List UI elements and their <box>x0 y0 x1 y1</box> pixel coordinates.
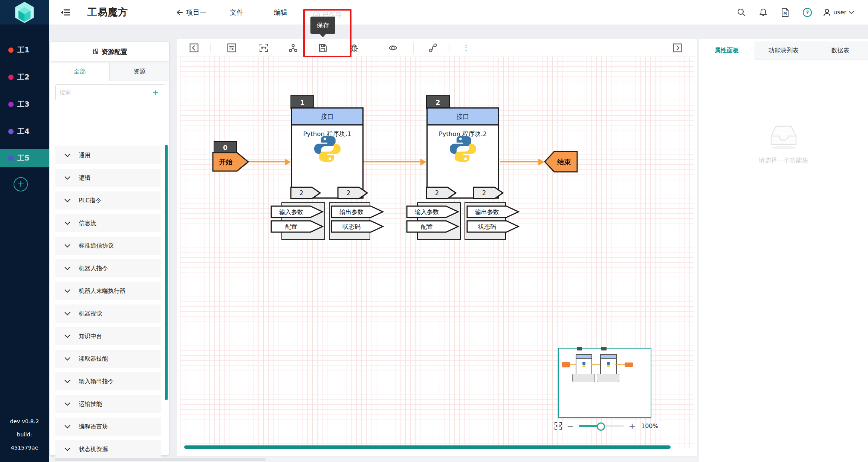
menu-edit[interactable]: 编辑 <box>274 0 287 24</box>
panel-scrollbar[interactable] <box>165 145 168 400</box>
workspace-item-4[interactable]: 工4 <box>0 122 49 141</box>
python-block-1[interactable]: 接口 Python 程序块.1 <box>291 107 364 199</box>
toolbar-divider <box>413 43 414 53</box>
minimap-badge <box>577 347 582 350</box>
chevron-down-icon <box>64 221 70 225</box>
back-button[interactable]: 项目一 <box>176 0 206 24</box>
add-workspace-button[interactable]: + <box>14 177 28 191</box>
build-label: build: <box>0 431 49 438</box>
minimap-connector <box>615 364 625 365</box>
menu-file[interactable]: 文件 <box>230 0 243 24</box>
block-port-tab[interactable]: 2 <box>337 187 369 199</box>
block-port-tab[interactable]: 2 <box>426 187 457 199</box>
workspace-dot <box>8 129 14 134</box>
resource-category[interactable]: 状态机资源 <box>55 440 161 458</box>
resource-category[interactable]: 编程语言块 <box>55 418 161 436</box>
search-box: + <box>55 84 164 100</box>
zoom-in-button[interactable]: + <box>628 421 636 431</box>
expand-right-icon[interactable] <box>673 43 682 52</box>
io-tag[interactable]: 输入参数 <box>270 205 324 218</box>
flow-canvas[interactable]: ⋮ 0 开始 1 接口 Python 程序块.1 <box>177 39 697 456</box>
workspace-item-2[interactable]: 工2 <box>0 68 49 86</box>
category-label: 编程语言块 <box>79 423 108 431</box>
toolbar-divider <box>373 43 373 53</box>
resource-category[interactable]: 标准通信协议 <box>55 237 161 255</box>
block-port-header[interactable]: 接口 <box>428 109 498 125</box>
properties-panel: 属性面板 功能块列表 数据表 请选择一个功能块 <box>699 39 868 462</box>
connection-icon[interactable] <box>429 43 438 52</box>
io-tag-label: 状态码 <box>478 223 496 230</box>
resource-category[interactable]: PLC指令 <box>55 191 161 210</box>
resource-category[interactable]: 运输技能 <box>55 395 161 413</box>
workspace-item-1[interactable]: 工1 <box>0 41 49 59</box>
end-node-label: 结束 <box>557 158 571 166</box>
zoom-slider[interactable] <box>579 425 624 427</box>
block-port-tab[interactable]: 2 <box>473 187 504 199</box>
menu-fold-icon[interactable] <box>60 0 71 24</box>
toolbar-divider <box>210 43 211 53</box>
hierarchy-tree-icon[interactable] <box>289 43 298 52</box>
io-tag[interactable]: 配置 <box>270 220 324 233</box>
workspace-item-5-active[interactable]: 工5 <box>0 149 49 167</box>
workspace-item-3[interactable]: 工3 <box>0 95 49 113</box>
block-port-tab[interactable]: 2 <box>290 187 322 199</box>
resource-category[interactable]: 机器人指令 <box>55 259 161 277</box>
page-scrollbar-thumb[interactable] <box>55 458 266 461</box>
resource-category[interactable]: 知识中台 <box>55 327 161 345</box>
build-hash: 451579ae <box>0 445 49 451</box>
io-tag[interactable]: 输出参数 <box>466 205 520 218</box>
connector-line[interactable] <box>364 161 421 162</box>
collapse-left-icon[interactable] <box>189 43 199 52</box>
tab-data-table[interactable]: 数据表 <box>812 41 868 60</box>
io-tag[interactable]: 状态码 <box>466 220 520 233</box>
tab-properties[interactable]: 属性面板 <box>699 41 755 60</box>
minimap[interactable] <box>558 348 651 418</box>
document-icon[interactable]: M <box>781 0 790 24</box>
io-tag[interactable]: 输入参数 <box>406 205 460 218</box>
empty-state-text: 请选择一个功能块 <box>699 156 868 165</box>
io-tag[interactable]: 状态码 <box>331 220 384 233</box>
io-tag[interactable]: 输出参数 <box>331 205 384 218</box>
preview-eye-icon[interactable] <box>388 43 397 52</box>
tab-block-list[interactable]: 功能块列表 <box>755 41 812 60</box>
notifications-bell-icon[interactable] <box>759 0 768 24</box>
more-options-icon[interactable]: ⋮ <box>462 43 471 52</box>
resource-category[interactable]: 机器视觉 <box>55 304 161 323</box>
canvas-horizontal-scrollbar[interactable] <box>184 445 671 449</box>
user-menu[interactable]: user <box>823 0 854 24</box>
resource-category[interactable]: 逻辑 <box>55 169 161 187</box>
python-block-2[interactable]: 接口 Python 程序块.2 <box>426 107 499 199</box>
save-icon[interactable] <box>318 43 327 52</box>
port-tab-count: 2 <box>347 189 351 197</box>
tab-resource[interactable]: 资源 <box>109 63 169 81</box>
connector-line[interactable] <box>248 161 286 162</box>
block-port-header[interactable]: 接口 <box>292 109 362 125</box>
resource-category[interactable]: 通用 <box>55 146 161 164</box>
search-icon[interactable] <box>737 0 746 24</box>
fit-screen-icon[interactable] <box>554 421 563 430</box>
chevron-down-icon <box>64 289 70 293</box>
add-resource-button[interactable]: + <box>147 85 164 100</box>
debug-bug-icon[interactable] <box>350 43 359 52</box>
search-input[interactable] <box>56 85 147 100</box>
fit-view-icon[interactable] <box>259 43 268 52</box>
resource-category[interactable]: 机器人末端执行器 <box>55 282 161 300</box>
category-label: 机器视觉 <box>79 310 102 318</box>
zoom-out-button[interactable]: − <box>567 421 574 431</box>
connector-line[interactable] <box>500 161 539 162</box>
start-node[interactable]: 开始 <box>212 152 249 172</box>
end-node[interactable]: 结束 <box>544 151 578 173</box>
resource-category[interactable]: 读取器技能 <box>55 350 161 368</box>
chevron-down-icon <box>849 11 854 14</box>
settings-sliders-icon[interactable] <box>227 43 236 52</box>
app-logo[interactable] <box>0 0 49 24</box>
help-icon[interactable]: ? <box>802 0 812 24</box>
zoom-slider-handle[interactable] <box>597 422 605 431</box>
workspace-label: 工5 <box>17 153 29 163</box>
tab-all[interactable]: 全部 <box>50 63 109 81</box>
resource-category[interactable]: 信息流 <box>55 214 161 232</box>
io-tag[interactable]: 配置 <box>406 220 460 233</box>
category-label: 状态机资源 <box>79 445 108 453</box>
resource-category[interactable]: 输入输出指令 <box>55 372 161 390</box>
resource-panel: 资源配置 全部 资源 + 通用 逻辑 PLC指令 信息流 标准通信协议 机器人指… <box>50 42 169 455</box>
